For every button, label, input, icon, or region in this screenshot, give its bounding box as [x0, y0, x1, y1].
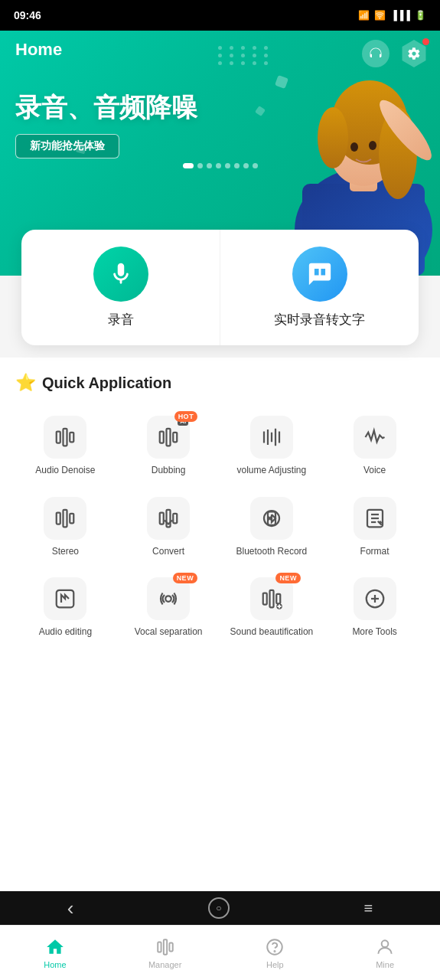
page-dot-2 [197, 163, 203, 168]
android-nav-bar: ‹ ○ ≡ [0, 891, 440, 925]
status-time: 09:46 [14, 9, 41, 21]
nav-mine-label: Mine [376, 960, 394, 969]
nav-help[interactable]: Help [220, 926, 331, 980]
nav-home[interactable]: Home [0, 926, 110, 980]
svg-rect-11 [64, 429, 67, 446]
nav-manager[interactable]: Manager [110, 926, 220, 980]
voice-label: Voice [363, 465, 386, 477]
new-badge-sound: NEW [275, 573, 301, 583]
hero-title: Home [15, 40, 62, 60]
hero-main-text: 录音、音频降噪 新功能抢先体验 [15, 92, 197, 158]
page-dot-6 [234, 163, 240, 168]
section-title: ⭐ Quick Application [15, 373, 425, 393]
voice-icon-wrap [354, 416, 396, 459]
svg-point-31 [165, 596, 171, 602]
svg-point-43 [275, 950, 275, 951]
bluetooth-icon-wrap [250, 497, 293, 540]
record-card: 录音 实时录音转文字 [21, 230, 419, 345]
notification-dot [422, 38, 429, 45]
svg-rect-22 [64, 509, 67, 527]
nav-mine[interactable]: Mine [330, 926, 440, 980]
record-mic-icon [93, 247, 148, 302]
decor-sq2 [255, 106, 266, 116]
page-dot-5 [225, 163, 230, 168]
volume-label: volume Adjusting [237, 465, 307, 477]
svg-rect-40 [163, 939, 166, 955]
nav-help-label: Help [266, 960, 284, 969]
hero-decor-dots [218, 46, 272, 65]
realtime-record-label: 实时录音转文字 [274, 311, 365, 328]
page-dot-1 [183, 163, 194, 168]
quick-item-stereo[interactable]: Stereo [15, 491, 116, 564]
svg-rect-26 [173, 513, 177, 523]
realtime-record-icon [292, 247, 347, 302]
vocal-sep-label: Vocal separation [135, 626, 203, 639]
audio-denoise-label: Audio Denoise [35, 465, 95, 477]
svg-rect-15 [173, 433, 177, 443]
quick-item-bluetooth[interactable]: Bluetooth Record [222, 491, 322, 564]
svg-point-6 [318, 107, 348, 168]
format-icon-wrap [354, 497, 396, 540]
svg-rect-14 [167, 429, 171, 446]
main-content: ⭐ Quick Application Audio Denoise [0, 358, 440, 980]
svg-rect-32 [263, 593, 267, 605]
battery-icon: 🔋 [415, 10, 426, 21]
svg-point-9 [369, 141, 376, 150]
convert-icon-wrap [147, 497, 190, 540]
quick-item-volume[interactable]: volume Adjusting [222, 410, 322, 483]
star-icon: ⭐ [15, 373, 36, 393]
page-dot-4 [216, 163, 221, 168]
record-button[interactable]: 录音 [21, 230, 220, 345]
svg-point-8 [350, 142, 358, 152]
cellular-icon: ▐▐▐ [390, 10, 410, 21]
quick-app-grid: Audio Denoise AI HOT Dubbing [15, 410, 425, 645]
hero-feature-badge[interactable]: 新功能抢先体验 [15, 134, 119, 158]
svg-rect-12 [70, 433, 74, 443]
status-icons: 📶 🛜 ▐▐▐ 🔋 [358, 10, 426, 21]
record-label: 录音 [108, 311, 134, 328]
convert-label: Convert [152, 546, 184, 558]
svg-rect-33 [269, 590, 273, 608]
quick-item-vocal-separation[interactable]: NEW Vocal separation [119, 571, 219, 645]
audio-editing-label: Audio editing [39, 626, 92, 639]
quick-item-audio-denoise[interactable]: Audio Denoise [15, 410, 116, 483]
quick-item-convert[interactable]: Convert [119, 491, 219, 564]
realtime-record-button[interactable]: 实时录音转文字 [220, 230, 419, 345]
quick-item-more-tools[interactable]: More Tools [324, 571, 425, 645]
page-dot-8 [253, 163, 258, 168]
page-dot-7 [243, 163, 249, 168]
bluetooth-label: Bluetooth Record [236, 546, 308, 558]
quick-item-audio-editing[interactable]: Audio editing [15, 571, 116, 645]
quick-item-sound-beautification[interactable]: NEW Sound beautification [222, 571, 322, 645]
nav-manager-label: Manager [148, 960, 181, 969]
svg-rect-13 [160, 432, 164, 443]
signal-icon: 📶 [358, 10, 370, 21]
quick-item-voice[interactable]: Voice [324, 410, 425, 483]
svg-rect-34 [276, 594, 280, 604]
stereo-label: Stereo [52, 546, 79, 558]
more-tools-label: More Tools [352, 626, 396, 639]
dubbing-icon-wrap: AI HOT [147, 416, 190, 459]
svg-rect-10 [57, 432, 60, 443]
back-button[interactable]: ‹ [67, 897, 74, 920]
quick-item-dubbing[interactable]: AI HOT Dubbing [119, 410, 219, 483]
bottom-nav: Home Manager Help Mine [0, 925, 440, 980]
audio-editing-icon-wrap [44, 577, 86, 620]
svg-rect-41 [169, 942, 172, 951]
audio-denoise-icon-wrap [44, 416, 86, 459]
svg-rect-21 [57, 512, 60, 524]
svg-point-44 [382, 940, 389, 947]
menu-button[interactable]: ≡ [364, 900, 373, 917]
volume-icon-wrap [250, 416, 293, 459]
svg-rect-23 [70, 513, 74, 523]
svg-rect-39 [158, 942, 161, 952]
new-badge-vocal: NEW [173, 573, 198, 583]
nav-home-label: Home [44, 960, 66, 969]
sound-beautification-label: Sound beautification [230, 626, 314, 639]
section-title-text: Quick Application [42, 374, 171, 392]
quick-item-format[interactable]: Format [324, 491, 425, 564]
home-button[interactable]: ○ [208, 897, 230, 919]
banner-pagination [183, 163, 258, 168]
svg-rect-24 [160, 512, 164, 524]
stereo-icon-wrap [44, 497, 86, 540]
